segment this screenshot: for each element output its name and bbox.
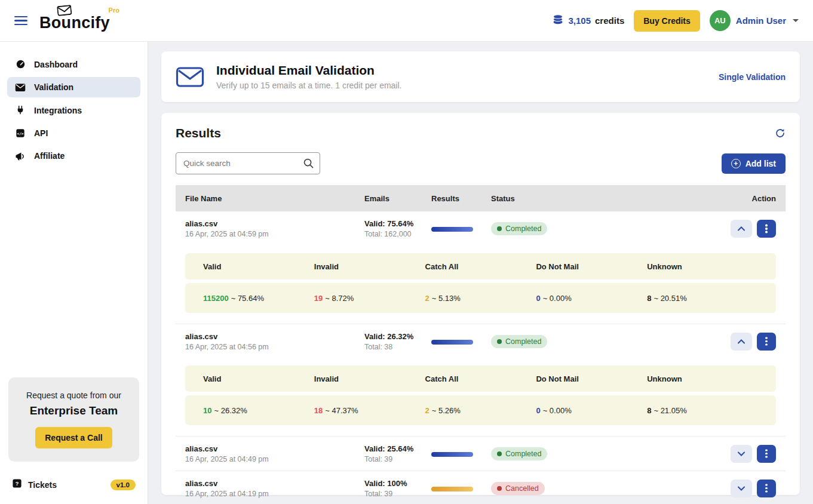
status-dot-icon [497, 226, 502, 231]
file-name: alias.csv [185, 444, 364, 453]
credits-indicator: 3,105 credits [552, 14, 624, 27]
avatar: AU [710, 10, 731, 31]
sidebar-item-validation[interactable]: Validation [7, 77, 140, 97]
sidebar: Dashboard Validation Integrations </> AP… [0, 42, 148, 504]
detail-col-unknown: Unknown [647, 374, 758, 383]
megaphone-icon [14, 152, 26, 161]
total-count: Total: 162,000 [364, 230, 431, 238]
user-menu[interactable]: AU Admin User [710, 10, 799, 31]
unknown-stat: 8~ 20.51% [647, 294, 758, 303]
valid-stat: 10~ 26.32% [203, 406, 314, 415]
file-date: 16 Apr, 2025 at 04:59 pm [185, 230, 364, 238]
main-content: Individual Email Validation Verify up to… [148, 42, 813, 504]
row-menu-button[interactable] [757, 445, 776, 463]
page-title: Individual Email Validation [216, 63, 401, 78]
tickets-label: Tickets [28, 480, 57, 490]
refresh-icon[interactable] [775, 128, 786, 139]
detail-col-catch-all: Catch All [425, 262, 536, 271]
catch-all-stat: 2~ 5.26% [425, 406, 536, 415]
row-details: Valid Invalid Catch All Do Not Mail Unkn… [185, 365, 776, 425]
valid-percent: Valid: 25.64% [364, 444, 431, 453]
envelope-icon [176, 64, 204, 90]
email-check-icon [14, 83, 26, 92]
coins-icon [552, 14, 564, 27]
table-row: alias.csv 16 Apr, 2025 at 04:49 pm Valid… [176, 436, 786, 471]
svg-text:?: ? [16, 481, 19, 487]
collapse-row-button[interactable] [731, 333, 752, 351]
kebab-icon [765, 487, 768, 490]
expand-row-button[interactable] [731, 445, 752, 463]
table-row: alias.csv 16 Apr, 2025 at 04:56 pm Valid… [176, 324, 786, 358]
plug-icon [14, 105, 26, 115]
expand-row-button[interactable] [731, 480, 752, 497]
progress-bar [431, 227, 473, 232]
enterprise-quote-box: Request a quote from our Enterprise Team… [8, 377, 139, 462]
file-name: alias.csv [185, 219, 364, 228]
status-dot-icon [497, 486, 502, 491]
chevron-down-icon [793, 19, 799, 22]
row-menu-button[interactable] [757, 480, 776, 497]
kebab-icon [765, 453, 768, 455]
col-emails: Emails [364, 194, 431, 203]
sidebar-item-affiliate[interactable]: Affiliate [7, 146, 140, 166]
file-date: 16 Apr, 2025 at 04:19 pm [185, 490, 364, 498]
table-row: alias.csv 16 Apr, 2025 at 04:59 pm Valid… [176, 211, 786, 246]
add-list-button[interactable]: + Add list [722, 153, 786, 174]
tickets-link[interactable]: ? Tickets v1.0 [0, 470, 148, 504]
enterprise-line1: Request a quote from our [14, 391, 133, 400]
file-name: alias.csv [185, 479, 364, 488]
progress-bar [431, 452, 473, 457]
dashboard-icon [14, 59, 26, 69]
col-results: Results [431, 194, 491, 203]
valid-percent: Valid: 100% [364, 479, 431, 488]
sidebar-item-label: Affiliate [34, 151, 65, 161]
menu-icon[interactable] [14, 14, 27, 28]
top-bar: Bouncify Pro 3,105 credits Buy Credits A… [0, 0, 813, 42]
hero-card: Individual Email Validation Verify up to… [161, 51, 800, 102]
search-input[interactable] [176, 152, 320, 174]
plus-circle-icon: + [731, 159, 741, 168]
do-not-mail-stat: 0~ 0.00% [536, 294, 647, 303]
status-badge: Completed [491, 447, 547, 460]
unknown-stat: 8~ 21.05% [647, 406, 758, 415]
detail-col-do-not-mail: Do Not Mail [536, 262, 647, 271]
total-count: Total: 39 [364, 455, 431, 463]
search-icon[interactable] [303, 158, 314, 171]
row-menu-button[interactable] [757, 333, 776, 351]
sidebar-item-api[interactable]: </> API [7, 123, 140, 143]
valid-percent: Valid: 75.64% [364, 219, 431, 228]
detail-col-unknown: Unknown [647, 262, 758, 271]
file-date: 16 Apr, 2025 at 04:56 pm [185, 343, 364, 351]
table-row: alias.csv 16 Apr, 2025 at 04:19 pm Valid… [176, 471, 786, 504]
sidebar-item-label: API [34, 128, 48, 138]
sidebar-item-dashboard[interactable]: Dashboard [7, 54, 140, 75]
logo-text: Bouncify [39, 14, 110, 32]
single-validation-link[interactable]: Single Validation [719, 72, 786, 82]
sidebar-item-integrations[interactable]: Integrations [7, 100, 140, 121]
detail-col-valid: Valid [203, 374, 314, 383]
enterprise-line2: Enterprise Team [14, 404, 133, 417]
results-table: File Name Emails Results Status Action a… [176, 185, 786, 504]
request-call-button[interactable]: Request a Call [35, 427, 112, 448]
page-subtitle: Verify up to 15 emails at a time. 1 cred… [216, 81, 401, 90]
col-action: Action [710, 194, 776, 203]
results-title: Results [176, 126, 221, 140]
kebab-icon [765, 228, 768, 230]
detail-col-invalid: Invalid [314, 262, 425, 271]
logo-pro-badge: Pro [109, 7, 119, 14]
buy-credits-button[interactable]: Buy Credits [634, 10, 700, 32]
file-name: alias.csv [185, 332, 364, 341]
col-status: Status [491, 194, 710, 203]
logo-envelope-icon [57, 5, 72, 19]
row-menu-button[interactable] [757, 220, 776, 238]
status-badge: Cancelled [491, 482, 545, 495]
detail-col-catch-all: Catch All [425, 374, 536, 383]
kebab-icon [765, 340, 768, 343]
search-box [176, 152, 320, 174]
logo[interactable]: Bouncify Pro [39, 9, 110, 32]
file-date: 16 Apr, 2025 at 04:49 pm [185, 455, 364, 463]
collapse-row-button[interactable] [731, 220, 752, 238]
svg-text:</>: </> [17, 131, 24, 136]
total-count: Total: 38 [364, 343, 431, 351]
col-file-name: File Name [185, 194, 364, 203]
